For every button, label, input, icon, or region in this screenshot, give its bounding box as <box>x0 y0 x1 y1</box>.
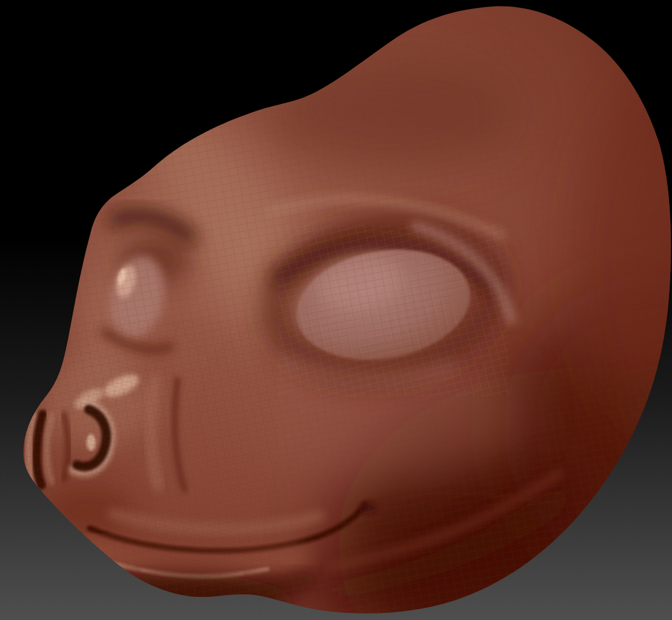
wireframe-overlay-light-eyelid <box>278 225 509 396</box>
sculpt-viewport[interactable] <box>0 0 672 620</box>
creature-head-model <box>0 0 672 620</box>
wireframe-overlay-dense-muzzle <box>0 319 278 620</box>
